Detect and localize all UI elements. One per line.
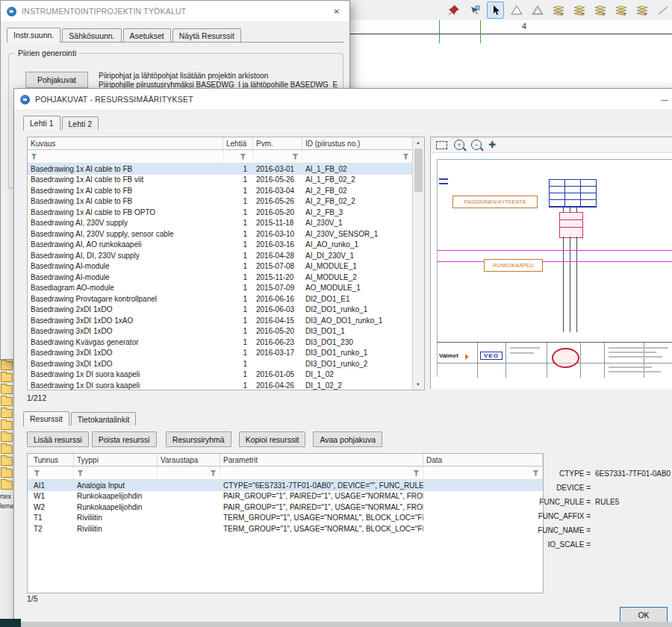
- tab-tietokantalinkit[interactable]: Tietokantalinkit: [71, 412, 137, 425]
- folder-icon[interactable]: [1, 397, 13, 406]
- table-row[interactable]: Basedrawing 3xDI 1xDO12016-05-20DI3_DO1_…: [28, 326, 413, 337]
- filter-icon[interactable]: [34, 470, 40, 476]
- table-row[interactable]: Basedrawing 1x AI cable to FB12016-03-01…: [28, 163, 413, 175]
- scroll-down-icon[interactable]: ▼: [413, 379, 423, 390]
- table-row[interactable]: Basedrawing Kvävgas generator12016-06-23…: [28, 337, 413, 348]
- filter-icon[interactable]: [240, 154, 246, 160]
- column-header[interactable]: Kuvaus: [28, 137, 223, 149]
- pick-arrow-icon[interactable]: [466, 1, 483, 19]
- z-layer-icon[interactable]: z: [612, 1, 629, 19]
- table-row[interactable]: Basedrawing AI, AO runkokaapeli12016-03-…: [28, 240, 413, 251]
- column-header[interactable]: Data: [423, 454, 543, 466]
- filter-cell[interactable]: [220, 467, 423, 479]
- folder-icon[interactable]: [1, 481, 13, 490]
- folder-icon[interactable]: [1, 361, 13, 370]
- tab-asetukset[interactable]: Asetukset: [123, 28, 171, 42]
- filter-cell[interactable]: [74, 467, 158, 479]
- z-layer-icon[interactable]: z: [591, 1, 609, 19]
- folder-icon[interactable]: [1, 409, 13, 418]
- tab-instr-suunn[interactable]: Instr.suunn.: [7, 28, 60, 43]
- vertical-scrollbar[interactable]: ▲ ▼: [412, 137, 424, 390]
- zoom-window-icon[interactable]: [436, 141, 447, 149]
- tab-resurssit[interactable]: Resurssit: [23, 411, 69, 426]
- column-header[interactable]: Pvm.: [253, 137, 302, 149]
- table-row[interactable]: Basedrawing Provtagare kontrollpanel1201…: [28, 293, 413, 305]
- folder-icon[interactable]: [1, 457, 13, 466]
- cad-canvas[interactable]: 4: [349, 20, 672, 88]
- column-header[interactable]: ID (piirustus no.): [302, 137, 413, 149]
- filter-cell[interactable]: [158, 467, 220, 479]
- tab-nayta-resurssit[interactable]: Näytä Resurssit: [172, 28, 241, 42]
- filter-cell[interactable]: [28, 467, 74, 479]
- triangle-shaded-icon[interactable]: [529, 1, 546, 19]
- z-layer-icon[interactable]: z: [633, 1, 650, 19]
- tab-lehti-1[interactable]: Lehti 1: [23, 116, 60, 131]
- zoom-out-icon[interactable]: −: [471, 140, 482, 150]
- filter-cell[interactable]: [302, 150, 413, 163]
- kopioi-resurssit-button[interactable]: Kopioi resurssit: [239, 431, 306, 447]
- avaa-pohjakuva-button[interactable]: Avaa pohjakuva: [313, 431, 382, 447]
- table-row[interactable]: Basedrawing 3xDI 1xDO1DI3_DO1_runko_2: [28, 358, 413, 369]
- ok-button[interactable]: OK: [620, 607, 668, 623]
- table-row[interactable]: T2RiviliitinTERM_GROUP="1", USAGE="NORMA…: [28, 523, 543, 534]
- table-row[interactable]: Basedrawing AI, 230V supply12015-11-18AI…: [28, 218, 413, 229]
- pin-icon[interactable]: [445, 1, 462, 19]
- folder-icon[interactable]: [1, 421, 13, 430]
- filter-icon[interactable]: [402, 154, 409, 160]
- tab-lehti-2[interactable]: Lehti 2: [62, 116, 99, 130]
- close-icon[interactable]: ✕: [330, 6, 343, 17]
- triangle-outline-icon[interactable]: [508, 1, 525, 19]
- filter-icon[interactable]: [77, 470, 84, 476]
- table-row[interactable]: Basedrawing AI, 230V supply, sensor cabl…: [28, 228, 413, 240]
- table-row[interactable]: Basedrawing 2xDI 1xDO12016-06-03DI2_DO1_…: [28, 305, 413, 316]
- z-layer-icon[interactable]: z: [550, 1, 567, 19]
- table-row[interactable]: Basedrawing 1x AI cable to FB12016-03-04…: [28, 185, 413, 196]
- folder-icon[interactable]: [1, 373, 13, 382]
- table-row[interactable]: Basedrawing 1x AI cable to FB viit12016-…: [28, 175, 413, 186]
- folder-icon[interactable]: [1, 445, 13, 454]
- filter-cell[interactable]: [253, 150, 302, 163]
- scroll-up-icon[interactable]: ▲: [413, 137, 423, 148]
- drawing-preview[interactable]: PASSIIVINEN KYTKENTÄ RUNKOKAAPELI Valmet…: [431, 153, 672, 389]
- minimize-icon[interactable]: —: [656, 94, 672, 105]
- table-row[interactable]: Basedrawing 1x AI cable to FB OPTO12016-…: [28, 207, 413, 218]
- filter-icon[interactable]: [210, 470, 217, 476]
- folder-icon[interactable]: [1, 469, 13, 478]
- table-row[interactable]: T1RiviliitinTERM_GROUP="1", USAGE="NORMA…: [28, 513, 543, 524]
- filter-cell[interactable]: [28, 150, 223, 163]
- column-header[interactable]: Parametrit: [220, 454, 423, 466]
- z-layer-icon[interactable]: z: [570, 1, 588, 19]
- pohjakuvat-button[interactable]: Pohjakuvat: [25, 72, 88, 88]
- table-row[interactable]: Basedrawing 1x DI suora kaapeli12016-01-…: [28, 369, 413, 381]
- column-header[interactable]: Tunnus: [28, 454, 74, 466]
- column-header[interactable]: Lehtiä: [223, 137, 253, 149]
- column-header[interactable]: Varaustapa: [158, 454, 220, 466]
- resurssiryhma-button[interactable]: Resurssiryhmä: [166, 431, 231, 447]
- column-header[interactable]: Tyyppi: [74, 454, 158, 466]
- filter-cell[interactable]: [223, 150, 253, 163]
- pan-icon[interactable]: ✚: [488, 140, 496, 149]
- table-row[interactable]: Basedrawing 1x AI cable to FB12016-05-26…: [28, 196, 413, 208]
- table-row[interactable]: Basedrawing AI, DI, 230V supply12016-04-…: [28, 250, 413, 261]
- tools-dialog-titlebar[interactable]: INSTRUMENTOINTIPROJEKTIN TYÖKALUT ✕: [1, 1, 349, 22]
- resources-dialog-titlebar[interactable]: POHJAKUVAT - RESURSSIMÄÄRITYKSET —: [14, 89, 672, 110]
- folder-icon[interactable]: [1, 385, 13, 394]
- filter-icon[interactable]: [413, 470, 420, 476]
- filter-icon[interactable]: [31, 154, 37, 160]
- table-row[interactable]: Basedrawing 3xDI 1xDO 1xAO12016-04-15DI3…: [28, 315, 413, 326]
- table-row[interactable]: Basediagram AO-module12015-07-09AO_MODUL…: [28, 283, 413, 294]
- table-row[interactable]: AI1Analogia InputCTYPE="6ES7331-7TF01-0A…: [28, 480, 543, 491]
- poista-resurssi-button[interactable]: Poista resurssi: [92, 431, 157, 447]
- table-row[interactable]: Basedrawing AI-module12015-07-08AI_MODUL…: [28, 261, 413, 272]
- lisaa-resurssi-button[interactable]: Lisää resurssi: [27, 431, 89, 447]
- zoom-in-icon[interactable]: +: [454, 140, 464, 150]
- diagonal-line-icon[interactable]: [654, 1, 671, 19]
- table-row[interactable]: W2RunkokaapelijohdinPAIR_GROUP="1", PAIR…: [28, 502, 543, 513]
- table-row[interactable]: W1RunkokaapelijohdinPAIR_GROUP="1", PAIR…: [28, 491, 543, 502]
- scrollbar-thumb[interactable]: [414, 149, 423, 192]
- tab-sahkosuunn[interactable]: Sähkösuunn.: [62, 28, 121, 42]
- table-row[interactable]: Basedrawing AI-module12015-11-20AI_MODUL…: [28, 272, 413, 283]
- cursor-icon[interactable]: [487, 1, 504, 19]
- table-row[interactable]: Basedrawing 3xDI 1xDO12016-03-17DI3_DO1_…: [28, 348, 413, 359]
- table-row[interactable]: Basedrawing 1x DI suora kaapeli12016-04-…: [28, 380, 413, 390]
